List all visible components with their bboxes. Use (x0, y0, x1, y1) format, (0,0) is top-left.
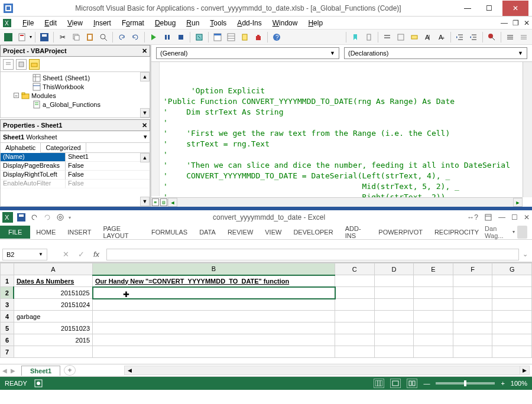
user-account[interactable]: Dan Wag... ▾ (485, 225, 527, 239)
zoom-level[interactable]: 100% (511, 380, 527, 387)
zoom-slider[interactable] (436, 382, 495, 385)
tab-formulas[interactable]: FORMULAS (145, 226, 193, 239)
prev-sheet-icon[interactable]: ◀ (2, 367, 7, 374)
doc-close-button[interactable]: ✕ (524, 19, 530, 27)
expand-formula-bar-icon[interactable]: ⌄ (520, 250, 530, 258)
cell[interactable] (453, 346, 492, 358)
view-object-icon[interactable] (16, 59, 27, 70)
object-browser-icon[interactable] (239, 31, 251, 43)
scroll-right-icon[interactable]: ▶ (513, 198, 523, 207)
redo-icon[interactable] (129, 31, 141, 43)
tree-item-sheet1[interactable]: Sheet1 (Sheet1) (1, 73, 150, 82)
cell[interactable]: 2015 (14, 334, 92, 346)
reset-icon[interactable] (175, 31, 187, 43)
menu-run[interactable]: Run (181, 18, 204, 28)
cell[interactable] (414, 334, 453, 346)
maximize-button[interactable]: ☐ (511, 213, 518, 221)
horizontal-scrollbar[interactable]: ≡ ▤ ◀ ▶ (151, 197, 523, 207)
save-icon[interactable] (38, 31, 50, 43)
minimize-button[interactable]: — (460, 2, 475, 14)
cell[interactable] (335, 287, 375, 299)
cell[interactable] (335, 275, 375, 287)
minimize-button[interactable]: — (498, 213, 505, 221)
scroll-right-icon[interactable]: ▶ (520, 366, 529, 374)
menu-addins[interactable]: Add-Ins (232, 18, 266, 28)
procedure-view-icon[interactable]: ▤ (160, 198, 167, 206)
cell[interactable] (414, 299, 453, 311)
paste-icon[interactable] (84, 31, 96, 43)
vertical-scrollbar[interactable] (523, 62, 532, 197)
cell[interactable] (492, 334, 532, 346)
cell[interactable] (414, 275, 453, 287)
excel-grid[interactable]: A B C D E F G 1Dates As NumbersOur Handy… (0, 262, 532, 364)
list-properties-icon[interactable] (381, 31, 393, 43)
cancel-edit-icon[interactable]: ✕ (59, 249, 72, 260)
properties-object-combo[interactable]: Sheet1 Worksheet ▾ (0, 131, 150, 143)
prop-row[interactable]: EnableAutoFilterFalse (1, 180, 150, 188)
menu-insert[interactable]: Insert (89, 18, 116, 28)
cell[interactable]: 20151024 (14, 299, 92, 311)
next-sheet-icon[interactable]: ▶ (11, 367, 15, 374)
tab-data[interactable]: DATA (193, 226, 222, 239)
quick-info-icon[interactable] (408, 31, 420, 43)
cell[interactable] (414, 287, 453, 299)
copy-icon[interactable] (70, 31, 82, 43)
outdent-icon[interactable] (468, 31, 479, 43)
cell[interactable] (453, 322, 492, 334)
bookmark-icon[interactable] (349, 31, 361, 43)
zoom-in-button[interactable]: + (501, 380, 504, 387)
cell[interactable] (492, 311, 532, 322)
zoom-out-button[interactable]: — (423, 380, 430, 387)
tree-item-modules[interactable]: − Modules (1, 91, 150, 100)
cell[interactable] (492, 322, 532, 334)
design-mode-icon[interactable] (193, 31, 205, 43)
complete-word-icon[interactable]: A+ (436, 31, 447, 43)
list-constants-icon[interactable] (395, 31, 407, 43)
cell[interactable] (374, 346, 414, 358)
cell[interactable] (453, 287, 492, 299)
tab-file[interactable]: FILE (0, 226, 30, 239)
parameter-info-icon[interactable]: A (422, 31, 434, 43)
col-header[interactable]: A (14, 263, 92, 275)
col-header[interactable]: E (414, 263, 453, 275)
col-header[interactable]: C (335, 263, 375, 275)
cell[interactable] (374, 299, 414, 311)
cell[interactable]: ✚ (93, 287, 335, 299)
view-excel-icon[interactable] (2, 31, 14, 43)
close-button[interactable]: ✕ (502, 1, 528, 16)
page-break-view-icon[interactable] (407, 379, 417, 388)
run-icon[interactable] (148, 31, 160, 43)
project-explorer-icon[interactable] (212, 31, 223, 43)
cell[interactable] (335, 346, 375, 358)
cell[interactable] (374, 322, 414, 334)
collapse-icon[interactable]: − (14, 93, 19, 98)
properties-icon[interactable] (225, 31, 237, 43)
indent-icon[interactable] (454, 31, 466, 43)
cell[interactable] (93, 322, 335, 334)
menu-tools[interactable]: Tools (205, 18, 231, 28)
cell[interactable] (492, 287, 532, 299)
comment-block-icon[interactable] (504, 31, 516, 43)
menu-file[interactable]: File (18, 18, 38, 28)
tree-item-agf[interactable]: a_Global_Functions (1, 100, 150, 109)
help-icon[interactable]: ? (271, 31, 283, 43)
horizontal-scrollbar[interactable]: ◀ ▶ (124, 366, 530, 375)
tab-powerpivot[interactable]: POWERPIVOT (372, 226, 429, 239)
menu-view[interactable]: View (63, 18, 87, 28)
clear-bookmarks-icon[interactable] (363, 31, 375, 43)
code-procedure-combo[interactable]: (Declarations)▼ (344, 47, 527, 59)
cell[interactable] (335, 311, 375, 322)
cell[interactable] (374, 311, 414, 322)
cell[interactable]: Dates As Numbers (14, 275, 92, 287)
cell[interactable] (414, 322, 453, 334)
scroll-up-icon[interactable]: ▲ (140, 153, 150, 162)
menu-window[interactable]: Window (268, 18, 303, 28)
tab-home[interactable]: HOME (30, 226, 61, 239)
tab-pagelayout[interactable]: PAGE LAYOUT (97, 222, 145, 242)
row-header[interactable]: 4 (1, 311, 14, 322)
row-header[interactable]: 7 (1, 346, 14, 358)
maximize-button[interactable]: ☐ (481, 2, 497, 14)
col-header[interactable]: F (453, 263, 492, 275)
tab-alphabetic[interactable]: Alphabetic (1, 143, 41, 153)
sheet-tab-sheet1[interactable]: Sheet1 (21, 366, 60, 376)
